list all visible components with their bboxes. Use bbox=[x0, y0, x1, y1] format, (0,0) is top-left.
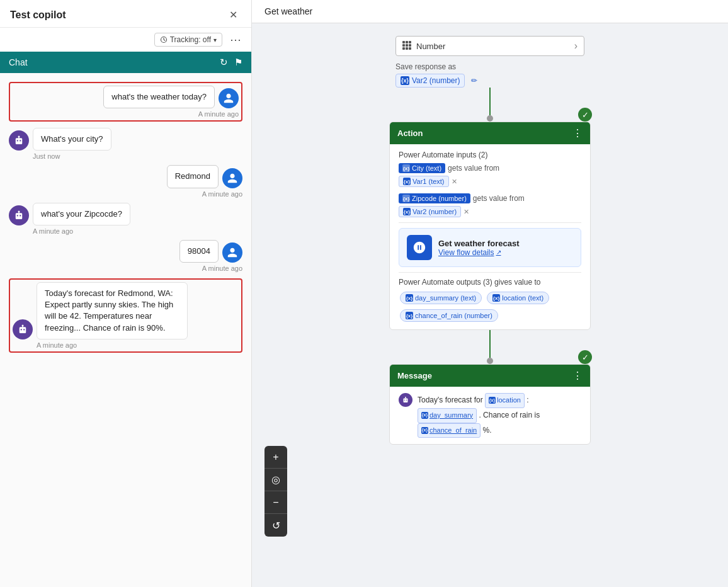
bot-avatar-4 bbox=[9, 205, 29, 225]
left-header: Test copilot ✕ bbox=[0, 0, 251, 28]
tracking-toggle[interactable]: Tracking: off ▾ bbox=[154, 33, 222, 47]
message-row-4: what's your Zipcocde? A minute ago bbox=[9, 203, 242, 235]
message-time-3: A minute ago bbox=[202, 190, 242, 198]
view-flow-details-link[interactable]: View flow details ↗ bbox=[438, 248, 573, 257]
flag-icon[interactable]: ⚑ bbox=[234, 57, 242, 68]
panel-title: Test copilot bbox=[10, 9, 66, 21]
number-label: Number bbox=[416, 42, 445, 51]
divider-1 bbox=[399, 222, 581, 223]
connector-dot-2 bbox=[487, 358, 493, 364]
message-bubble-wrap-6: Today's forecast for Redmond, WA: Expect… bbox=[13, 282, 188, 339]
message-content-row: Today's forecast for {x} location : {x} … bbox=[399, 393, 581, 438]
action-header-title: Action bbox=[397, 128, 423, 138]
bot-avatar-2 bbox=[9, 130, 29, 151]
connector-dot-1 bbox=[487, 115, 493, 122]
var2-label: Var2 (number) bbox=[412, 76, 460, 85]
user-avatar-3 bbox=[222, 168, 242, 188]
lv-icon-1: {x} bbox=[406, 294, 413, 302]
iv-icon-2: {x} bbox=[421, 412, 428, 419]
flow-canvas: Number › Save response as {x} Var2 (numb… bbox=[252, 23, 728, 587]
chat-tab-icons: ↻ ⚑ bbox=[220, 57, 242, 68]
message-bubble-1: what's the weather today? bbox=[103, 86, 215, 108]
light-var-icon-1: {x} bbox=[403, 178, 411, 185]
more-options-button[interactable]: ⋯ bbox=[227, 31, 244, 48]
close-button[interactable]: ✕ bbox=[225, 8, 241, 22]
check-circle-2: ✓ bbox=[578, 350, 592, 364]
zoom-in-button[interactable]: + bbox=[264, 446, 287, 469]
message-time-6: A minute ago bbox=[13, 341, 77, 349]
user-avatar-1 bbox=[219, 88, 239, 108]
right-panel: Get weather Number › Save response as bbox=[252, 0, 728, 587]
input-row-1: {x} City (text) gets value from bbox=[399, 163, 581, 173]
message-more-button[interactable]: ⋮ bbox=[572, 370, 583, 382]
pa-outputs-title: Power Automate outputs (3) gives value t… bbox=[399, 278, 581, 287]
number-node-arrow: › bbox=[574, 40, 577, 52]
weather-forecast-card: Get weather forecast View flow details ↗ bbox=[399, 228, 581, 267]
chat-body: what's the weather today? A minute ago W… bbox=[0, 73, 251, 587]
light-var-icon-2: {x} bbox=[403, 208, 411, 215]
message-time-5: A minute ago bbox=[202, 265, 242, 272]
msg-line1-pre: Today's forecast for bbox=[418, 396, 483, 404]
right-header: Get weather bbox=[252, 0, 728, 23]
iv-icon: {x} bbox=[489, 397, 496, 404]
weather-card-icon bbox=[407, 235, 432, 260]
flow-icon bbox=[412, 241, 426, 254]
chance-of-rain-var-label: chance_of_rain bbox=[429, 425, 477, 437]
tracking-bar: Tracking: off ▾ ⋯ bbox=[0, 28, 251, 52]
message-text-block: Today's forecast for {x} location : {x} … bbox=[418, 393, 540, 438]
var1-label: Var1 (text) bbox=[412, 178, 445, 185]
gets-value-text-2: gets value from bbox=[473, 194, 525, 203]
reset-button[interactable]: ↺ bbox=[264, 514, 287, 537]
action-header: Action ⋮ bbox=[390, 122, 590, 144]
remove-var1-button[interactable]: ✕ bbox=[452, 178, 457, 186]
recenter-button[interactable]: ◎ bbox=[264, 469, 287, 491]
city-label: City (text) bbox=[412, 164, 441, 172]
message-bubble-wrap-5: 98004 bbox=[179, 240, 242, 263]
action-more-button[interactable]: ⋮ bbox=[572, 127, 583, 139]
edit-pencil-icon[interactable]: ✏ bbox=[471, 76, 477, 85]
location-var-inline: {x} location bbox=[485, 393, 525, 408]
check-circle-1: ✓ bbox=[578, 108, 592, 122]
zoom-out-button[interactable]: − bbox=[264, 491, 287, 514]
message-row-5: 98004 A minute ago bbox=[9, 240, 242, 272]
bot-icon bbox=[17, 324, 28, 335]
gets-value-text-1: gets value from bbox=[448, 164, 499, 173]
bot-avatar-6 bbox=[13, 319, 33, 339]
divider-2 bbox=[399, 272, 581, 273]
outputs-list: {x} day_summary (text) {x} location (tex… bbox=[399, 290, 581, 323]
message-row-6: Today's forecast for Redmond, WA: Expect… bbox=[9, 278, 242, 353]
output-day-summary: {x} day_summary (text) bbox=[400, 292, 482, 304]
message-bubble-2: What's your city? bbox=[33, 128, 111, 151]
number-node[interactable]: Number › bbox=[395, 36, 584, 56]
weather-card-title: Get weather forecast bbox=[438, 239, 573, 248]
number-node-section: Number › Save response as {x} Var2 (numb… bbox=[383, 36, 597, 88]
day-summary-var-inline: {x} day_summary bbox=[418, 408, 477, 423]
message-bubble-wrap-1: what's the weather today? bbox=[103, 86, 239, 108]
msg-line3-post: %. bbox=[483, 426, 492, 435]
connector-1: ✓ bbox=[383, 88, 597, 122]
flow-title: Get weather bbox=[264, 6, 312, 16]
action-node: Action ⋮ Power Automate inputs (2) {x} C… bbox=[389, 122, 591, 330]
bot-icon bbox=[13, 135, 25, 146]
msg-bot-avatar-small bbox=[399, 393, 412, 407]
message-bubble-wrap-4: what's your Zipcocde? bbox=[9, 203, 130, 225]
var1-badge: {x} Var1 (text) bbox=[399, 176, 449, 187]
output-location: {x} location (text) bbox=[487, 292, 549, 304]
left-panel: Test copilot ✕ Tracking: off ▾ ⋯ Chat ↻ … bbox=[0, 0, 252, 587]
location-var-label: location bbox=[497, 394, 521, 407]
message-bubble-4: what's your Zipcocde? bbox=[33, 203, 130, 225]
message-time-2: Just now bbox=[9, 152, 60, 160]
message-time-1: A minute ago bbox=[198, 110, 239, 118]
var-icon: {x} bbox=[401, 76, 409, 85]
chat-tab-bar: Chat ↻ ⚑ bbox=[0, 52, 251, 73]
message-node: Message ⋮ Today's forecast for {x} locat… bbox=[389, 364, 591, 445]
save-response-row: {x} Var2 (number) ✏ bbox=[395, 74, 584, 88]
refresh-icon[interactable]: ↻ bbox=[220, 57, 228, 68]
zipcode-var-badge: {x} Zipcode (number) bbox=[399, 193, 470, 203]
chat-tab-label: Chat bbox=[9, 57, 28, 67]
var2-action-label: Var2 (number) bbox=[412, 208, 457, 215]
pa-inputs-title: Power Automate inputs (2) bbox=[399, 151, 581, 159]
user-avatar-5 bbox=[222, 242, 242, 263]
zoom-controls: + ◎ − ↺ bbox=[264, 446, 287, 537]
remove-var2-button[interactable]: ✕ bbox=[464, 208, 469, 216]
